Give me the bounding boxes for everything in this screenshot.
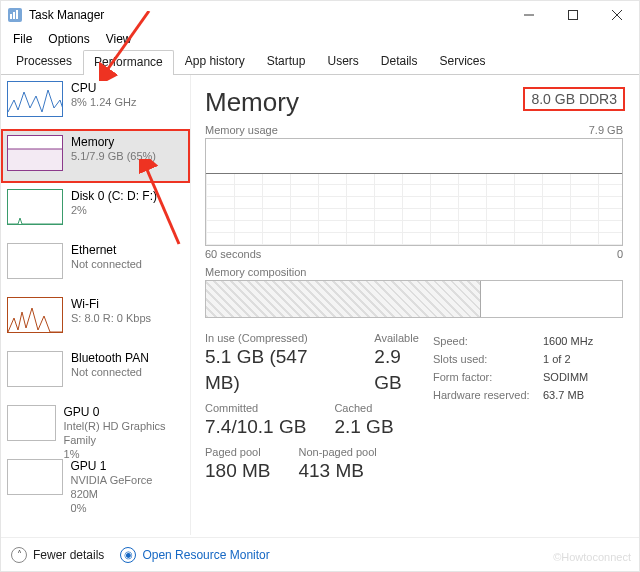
bottom-bar: ˄ Fewer details ◉ Open Resource Monitor [1, 537, 639, 571]
sidebar-item-bluetooth[interactable]: Bluetooth PANNot connected [1, 345, 190, 399]
wifi-thumb [7, 297, 63, 333]
x-right: 0 [617, 248, 623, 260]
cached-value: 2.1 GB [334, 414, 393, 440]
tab-app-history[interactable]: App history [174, 49, 256, 74]
svg-rect-2 [13, 12, 15, 19]
x-left: 60 seconds [205, 248, 261, 260]
minimize-button[interactable] [507, 1, 551, 29]
app-icon [7, 7, 23, 23]
tabstrip: Processes Performance App history Startu… [1, 49, 639, 75]
sidebar-item-gpu1[interactable]: GPU 1NVIDIA GeForce 820M 0% [1, 453, 190, 507]
sidebar-item-sub: Not connected [71, 365, 149, 379]
close-button[interactable] [595, 1, 639, 29]
form-label: Form factor: [433, 368, 543, 386]
bluetooth-thumb [7, 351, 63, 387]
gpu1-thumb [7, 459, 63, 495]
ethernet-thumb [7, 243, 63, 279]
menu-file[interactable]: File [5, 30, 40, 48]
sidebar: CPU8% 1.24 GHz Memory5.1/7.9 GB (65%) Di… [1, 75, 191, 535]
in-use-value: 5.1 GB (547 MB) [205, 344, 346, 396]
tab-performance[interactable]: Performance [83, 50, 174, 75]
sidebar-item-label: Wi-Fi [71, 297, 151, 311]
nonpaged-label: Non-paged pool [298, 446, 376, 458]
sidebar-item-label: GPU 0 [64, 405, 182, 419]
paged-value: 180 MB [205, 458, 270, 484]
menu-options[interactable]: Options [40, 30, 97, 48]
sidebar-item-sub: 8% 1.24 GHz [71, 95, 136, 109]
sidebar-item-label: CPU [71, 81, 136, 95]
fewer-details-button[interactable]: ˄ Fewer details [11, 547, 104, 563]
content: CPU8% 1.24 GHz Memory5.1/7.9 GB (65%) Di… [1, 75, 639, 535]
tab-details[interactable]: Details [370, 49, 429, 74]
sidebar-item-sub: Intel(R) HD Graphics Family 1% [64, 419, 182, 461]
form-value: SODIMM [543, 368, 588, 386]
stats-grid: In use (Compressed) 5.1 GB (547 MB) Avai… [205, 332, 623, 484]
resmon-icon: ◉ [120, 547, 136, 563]
sidebar-item-ethernet[interactable]: EthernetNot connected [1, 237, 190, 291]
sidebar-item-label: Disk 0 (C: D: F:) [71, 189, 157, 203]
tab-users[interactable]: Users [316, 49, 369, 74]
slots-value: 1 of 2 [543, 350, 571, 368]
sidebar-item-wifi[interactable]: Wi-FiS: 8.0 R: 0 Kbps [1, 291, 190, 345]
speed-label: Speed: [433, 332, 543, 350]
nonpaged-value: 413 MB [298, 458, 376, 484]
committed-value: 7.4/10.1 GB [205, 414, 306, 440]
sidebar-item-memory[interactable]: Memory5.1/7.9 GB (65%) [1, 129, 190, 183]
available-value: 2.9 GB [374, 344, 433, 396]
sidebar-item-label: Bluetooth PAN [71, 351, 149, 365]
usage-max: 7.9 GB [589, 124, 623, 136]
resmon-label: Open Resource Monitor [142, 548, 269, 562]
fewer-details-label: Fewer details [33, 548, 104, 562]
memory-composition-chart [205, 280, 623, 318]
gpu0-thumb [7, 405, 56, 441]
chevron-up-icon: ˄ [11, 547, 27, 563]
task-manager-window: Task Manager File Options View Processes… [0, 0, 640, 572]
tab-processes[interactable]: Processes [5, 49, 83, 74]
slots-label: Slots used: [433, 350, 543, 368]
memory-thumb [7, 135, 63, 171]
sidebar-item-label: GPU 1 [71, 459, 182, 473]
memory-spec: 8.0 GB DDR3 [525, 89, 623, 109]
sidebar-item-cpu[interactable]: CPU8% 1.24 GHz [1, 75, 190, 129]
tab-services[interactable]: Services [429, 49, 497, 74]
main-panel: Memory 8.0 GB DDR3 Memory usage 7.9 GB 6… [191, 75, 639, 535]
watermark: ©Howtoconnect [553, 551, 631, 563]
cpu-thumb [7, 81, 63, 117]
in-use-label: In use (Compressed) [205, 332, 346, 344]
disk-thumb [7, 189, 63, 225]
hwres-value: 63.7 MB [543, 386, 584, 404]
memory-usage-chart [205, 138, 623, 246]
available-label: Available [374, 332, 433, 344]
menubar: File Options View [1, 29, 639, 49]
cached-label: Cached [334, 402, 393, 414]
hwres-label: Hardware reserved: [433, 386, 543, 404]
maximize-button[interactable] [551, 1, 595, 29]
composition-label: Memory composition [205, 266, 623, 278]
speed-value: 1600 MHz [543, 332, 593, 350]
sidebar-item-sub: 5.1/7.9 GB (65%) [71, 149, 156, 163]
sidebar-item-disk0[interactable]: Disk 0 (C: D: F:)2% [1, 183, 190, 237]
usage-label: Memory usage [205, 124, 278, 136]
paged-label: Paged pool [205, 446, 270, 458]
svg-rect-1 [10, 14, 12, 19]
titlebar: Task Manager [1, 1, 639, 29]
window-buttons [507, 1, 639, 29]
sidebar-item-sub: NVIDIA GeForce 820M 0% [71, 473, 182, 515]
sidebar-item-label: Memory [71, 135, 156, 149]
svg-rect-3 [16, 10, 18, 19]
sidebar-item-label: Ethernet [71, 243, 142, 257]
sidebar-item-sub: 2% [71, 203, 157, 217]
committed-label: Committed [205, 402, 306, 414]
tab-startup[interactable]: Startup [256, 49, 317, 74]
sidebar-item-sub: S: 8.0 R: 0 Kbps [71, 311, 151, 325]
sidebar-item-gpu0[interactable]: GPU 0Intel(R) HD Graphics Family 1% [1, 399, 190, 453]
menu-view[interactable]: View [98, 30, 140, 48]
window-title: Task Manager [29, 8, 104, 22]
sidebar-item-sub: Not connected [71, 257, 142, 271]
svg-rect-5 [569, 11, 578, 20]
open-resource-monitor-link[interactable]: ◉ Open Resource Monitor [120, 547, 269, 563]
svg-rect-8 [8, 149, 63, 171]
